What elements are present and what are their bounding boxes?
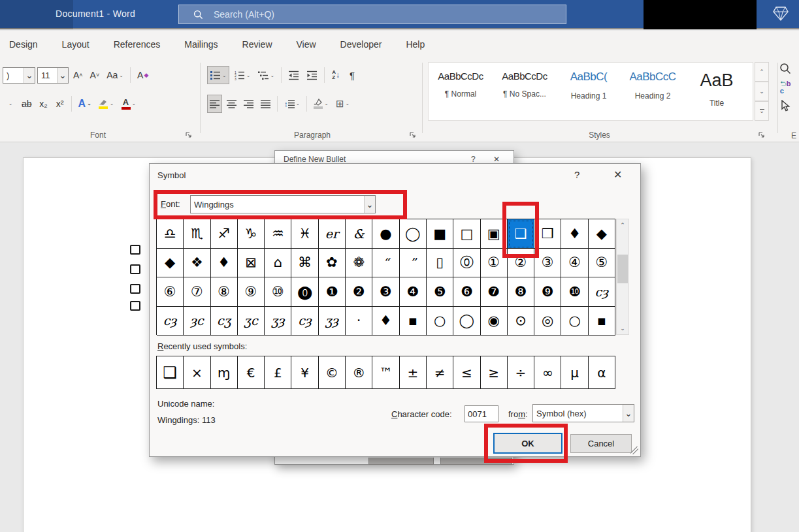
chevron-down-icon[interactable]: ⌄ (364, 196, 375, 213)
find-icon[interactable] (779, 63, 791, 74)
sort-button[interactable]: AZ ↓ (329, 66, 343, 84)
recent-symbol-cell[interactable]: ≥ (481, 356, 508, 389)
bullet-list-button[interactable]: ⌄ (207, 66, 229, 84)
change-case-button[interactable]: Aa⌄ (104, 66, 126, 84)
recent-symbol-cell[interactable]: ∞ (534, 356, 561, 389)
symbol-cell[interactable]: ❺ (427, 277, 453, 307)
decrease-indent-button[interactable] (285, 66, 302, 84)
styles-scroll-up-button[interactable]: ⌃ (755, 62, 769, 82)
align-right-button[interactable] (241, 95, 256, 113)
style-card-heading-2[interactable]: AaBbCcCHeading 2 (621, 63, 685, 120)
multilevel-list-button[interactable]: ⌄ (255, 66, 277, 84)
recent-symbol-cell[interactable]: × (184, 356, 210, 389)
grow-font-button[interactable]: A˄ (71, 66, 86, 84)
symbol-cell[interactable]: ♒ (265, 219, 291, 249)
style-card--no-spac-[interactable]: AaBbCcDc¶ No Spac... (493, 63, 557, 120)
scroll-down-icon[interactable]: ⌄ (617, 322, 628, 334)
symbol-cell[interactable]: ❹ (400, 277, 427, 307)
symbol-cell[interactable]: cʒ (211, 307, 238, 336)
symbol-cell[interactable]: ◯ (453, 307, 480, 336)
tab-view[interactable]: View (297, 39, 316, 50)
recent-symbol-cell[interactable]: ÷ (508, 356, 534, 389)
ok-button[interactable]: OK (493, 433, 563, 454)
symbol-cell[interactable]: ● (372, 219, 399, 249)
recent-symbol-cell[interactable]: © (319, 356, 346, 389)
symbol-cell[interactable]: er (319, 219, 346, 249)
paragraph-dialog-launcher-icon[interactable] (410, 132, 416, 138)
styles-dialog-launcher-icon[interactable] (758, 132, 765, 138)
symbol-cell-selected[interactable]: ❑ (508, 219, 534, 249)
font-name-combobox[interactable]: ) ⌄ (3, 67, 35, 84)
symbol-cell[interactable]: ❼ (481, 277, 508, 307)
tab-review[interactable]: Review (242, 39, 272, 50)
borders-button[interactable]: ⊞⌄ (333, 95, 352, 113)
style-card-title[interactable]: AaBTitle (685, 63, 749, 120)
font-dialog-launcher-icon[interactable] (186, 132, 192, 138)
scrollbar-thumb[interactable] (617, 255, 628, 283)
symbol-cell[interactable]: ▪ (400, 307, 427, 336)
chevron-down-icon[interactable]: ⌄ (3, 95, 17, 113)
symbol-cell[interactable]: ① (481, 249, 508, 278)
replace-icon[interactable]: ⮌bc (780, 80, 791, 94)
symbol-cell[interactable]: ❸ (372, 277, 399, 307)
symbol-cell[interactable]: ○ (561, 307, 588, 336)
symbol-cell[interactable]: ✿ (319, 249, 346, 278)
tab-layout[interactable]: Layout (62, 39, 90, 50)
symbol-cell[interactable]: ◆ (589, 219, 615, 249)
shrink-font-button[interactable]: A˅ (88, 66, 103, 84)
recent-symbol-cell[interactable]: £ (265, 356, 291, 389)
recent-symbol-cell[interactable]: µ (561, 356, 588, 389)
recent-symbol-cell[interactable]: ❑ (157, 356, 184, 389)
symbol-cell[interactable]: ⊙ (508, 307, 534, 336)
justify-button[interactable] (258, 95, 273, 113)
recent-symbol-cell[interactable]: ɱ (211, 356, 238, 389)
recent-symbol-cell[interactable]: α (589, 356, 615, 389)
font-size-combobox[interactable]: 11 ⌄ (37, 67, 69, 84)
help-icon[interactable]: ? (574, 169, 579, 180)
symbol-cell[interactable]: ❻ (453, 277, 480, 307)
symbol-cell[interactable]: ʒc (238, 307, 265, 336)
character-code-input[interactable] (465, 405, 498, 422)
text-effects-button[interactable]: A⌄ (76, 95, 94, 113)
symbol-cell[interactable]: ⑦ (184, 277, 210, 307)
style-card--normal[interactable]: AaBbCcDc¶ Normal (429, 63, 493, 120)
superscript-button[interactable]: x² (53, 95, 67, 113)
recent-symbol-cell[interactable]: ≤ (453, 356, 480, 389)
symbol-cell[interactable]: ⑧ (211, 277, 238, 307)
symbol-cell[interactable]: cȝ (589, 277, 615, 307)
symbol-cell[interactable]: ❾ (534, 277, 561, 307)
symbol-cell[interactable]: ❽ (508, 277, 534, 307)
symbol-cell[interactable]: ⓪ (453, 249, 480, 278)
symbol-cell[interactable]: ❁ (346, 249, 372, 278)
symbol-cell[interactable]: ⑨ (238, 277, 265, 307)
tab-help[interactable]: Help (406, 39, 425, 50)
align-center-button[interactable] (224, 95, 239, 113)
symbol-cell[interactable]: ▯ (427, 249, 453, 278)
symbol-cell[interactable]: ❶ (319, 277, 346, 307)
symbol-cell[interactable]: ◉ (481, 307, 508, 336)
font-color-button[interactable]: A⌄ (119, 95, 139, 113)
tab-mailings[interactable]: Mailings (184, 39, 218, 50)
recent-symbol-cell[interactable]: ± (400, 356, 427, 389)
symbol-cell[interactable]: ◆ (157, 249, 184, 278)
symbol-cell[interactable]: ⓿ (291, 277, 318, 307)
chevron-down-icon[interactable]: ⌄ (623, 405, 634, 422)
symbol-cell[interactable]: ❿ (561, 277, 588, 307)
symbol-cell[interactable]: · (346, 307, 372, 336)
recent-symbol-cell[interactable]: € (238, 356, 265, 389)
symbol-cell[interactable]: ⌘ (291, 249, 318, 278)
line-spacing-button[interactable]: ↕ ⌄ (282, 95, 302, 113)
symbol-cell[interactable]: ȝc (184, 307, 210, 336)
symbol-cell[interactable]: ♦ (372, 307, 399, 336)
symbol-cell[interactable]: ⑤ (589, 249, 615, 278)
symbol-cell[interactable]: cȝ (157, 307, 184, 336)
styles-more-button[interactable]: ⌄ (755, 101, 769, 121)
numbered-list-button[interactable]: 123 ⌄ (231, 66, 253, 84)
strikethrough-button[interactable]: ab (19, 95, 35, 113)
symbol-cell[interactable]: □ (453, 219, 480, 249)
highlight-color-button[interactable]: ⌄ (96, 95, 117, 113)
symbol-cell[interactable]: ⑩ (265, 277, 291, 307)
styles-scroll-down-button[interactable]: ⌄ (755, 82, 769, 101)
chevron-down-icon[interactable]: ⌄ (24, 68, 35, 83)
symbol-cell[interactable]: ◯ (400, 219, 427, 249)
